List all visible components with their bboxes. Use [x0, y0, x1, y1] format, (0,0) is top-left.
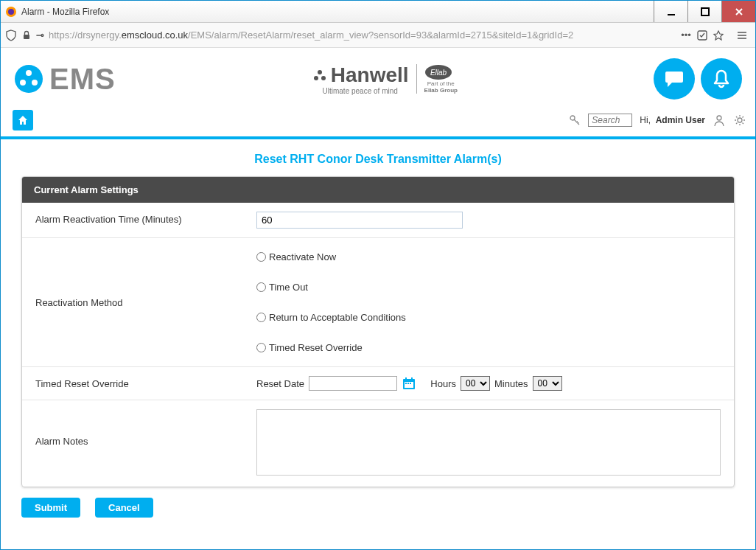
ems-logo[interactable]: EMS — [14, 63, 116, 96]
row-timed-reset: Timed Reset Override Reset Date Hours 00… — [22, 367, 734, 400]
page-title: Reset RHT Conor Desk Transmitter Alarm(s… — [1, 139, 755, 176]
row-alarm-notes: Alarm Notes — [22, 400, 734, 487]
alarm-settings-panel: Current Alarm Settings Alarm Reactivatio… — [21, 176, 735, 487]
svg-rect-20 — [405, 377, 407, 380]
minutes-select[interactable]: 00 — [533, 376, 562, 391]
close-button[interactable] — [721, 1, 755, 22]
svg-rect-3 — [701, 8, 709, 15]
svg-point-9 — [32, 80, 38, 86]
svg-point-7 — [26, 70, 32, 76]
page-content: EMS Hanwell Ultimate peace of mind Ellab… — [1, 48, 755, 549]
svg-rect-23 — [407, 383, 409, 384]
svg-point-1 — [8, 9, 14, 15]
permissions-icon[interactable]: ⊸ — [36, 29, 44, 41]
reset-date-input[interactable] — [309, 376, 397, 391]
window-title-bar: Alarm - Mozilla Firefox — [1, 1, 755, 23]
shield-icon[interactable] — [5, 29, 17, 41]
reactivation-method-label: Reactivation Method — [35, 297, 256, 308]
ems-logo-icon — [14, 64, 43, 94]
search-input[interactable] — [588, 114, 632, 127]
settings-gear-icon[interactable] — [733, 114, 746, 127]
hours-select[interactable]: 00 — [461, 376, 490, 391]
form-buttons: Submit Cancel — [1, 498, 755, 532]
submit-button[interactable]: Submit — [21, 498, 80, 518]
svg-point-8 — [20, 80, 26, 86]
radio-timed-reset[interactable]: Timed Reset Override — [256, 342, 721, 353]
reset-date-label: Reset Date — [256, 378, 304, 389]
chat-icon — [663, 68, 685, 90]
user-icon[interactable] — [713, 114, 726, 127]
home-icon — [17, 114, 29, 126]
svg-point-16 — [717, 116, 721, 120]
app-header: EMS Hanwell Ultimate peace of mind Ellab… — [1, 48, 755, 107]
alarm-notes-label: Alarm Notes — [35, 409, 256, 447]
radio-reactivate-now[interactable]: Reactivate Now — [256, 251, 721, 262]
row-reactivation-time: Alarm Reactivation Time (Minutes) — [22, 203, 734, 238]
hanwell-logo: Hanwell Ultimate peace of mind Ellab Par… — [116, 63, 654, 95]
svg-point-10 — [318, 70, 322, 74]
reactivation-time-label: Alarm Reactivation Time (Minutes) — [35, 212, 256, 225]
calendar-icon[interactable] — [402, 376, 416, 391]
hours-label: Hours — [430, 378, 456, 389]
alarm-notes-textarea[interactable] — [256, 409, 721, 476]
chat-button[interactable] — [654, 58, 695, 100]
row-reactivation-method: Reactivation Method Reactivate Now Time … — [22, 238, 734, 367]
svg-point-12 — [321, 76, 326, 80]
svg-rect-2 — [668, 14, 675, 15]
minutes-label: Minutes — [494, 378, 528, 389]
window-title: Alarm - Mozilla Firefox — [21, 7, 654, 17]
panel-header: Current Alarm Settings — [22, 177, 734, 203]
address-bar: ⊸ https://drsynergy.emscloud.co.uk/EMS/a… — [1, 23, 755, 48]
maximize-button[interactable] — [687, 1, 721, 22]
radio-time-out[interactable]: Time Out — [256, 282, 721, 293]
greeting: Hi, Admin User — [640, 115, 705, 125]
svg-point-17 — [738, 118, 742, 122]
svg-rect-24 — [410, 383, 411, 384]
url-field[interactable]: https://drsynergy.emscloud.co.uk/EMS/ala… — [49, 29, 676, 41]
reader-icon[interactable] — [696, 29, 708, 41]
alerts-button[interactable] — [701, 58, 742, 100]
app-toolbar: Hi, Admin User — [1, 107, 755, 139]
svg-point-11 — [314, 76, 318, 80]
ellab-icon: Ellab — [424, 64, 452, 80]
svg-point-6 — [15, 65, 43, 93]
window-controls — [654, 1, 755, 22]
minimize-button[interactable] — [654, 1, 687, 22]
search-key-icon — [569, 114, 581, 126]
svg-rect-22 — [405, 383, 407, 384]
cancel-button[interactable]: Cancel — [95, 498, 153, 518]
lock-icon[interactable] — [21, 30, 32, 41]
home-button[interactable] — [13, 110, 33, 130]
timed-reset-label: Timed Reset Override — [35, 376, 256, 389]
radio-return-conditions[interactable]: Return to Acceptable Conditions — [256, 312, 721, 323]
browser-window: Alarm - Mozilla Firefox ⊸ https://drsyne… — [0, 0, 756, 550]
hanwell-icon — [312, 67, 328, 83]
bell-icon — [710, 68, 732, 90]
ems-logo-text: EMS — [49, 63, 116, 96]
bookmark-icon[interactable] — [713, 29, 724, 41]
hamburger-menu-icon[interactable] — [736, 29, 748, 41]
svg-rect-4 — [24, 35, 29, 39]
svg-rect-21 — [411, 377, 413, 380]
reactivation-time-input[interactable] — [256, 212, 463, 229]
svg-text:Ellab: Ellab — [430, 69, 447, 77]
page-actions-icon[interactable]: ••• — [680, 29, 692, 41]
firefox-icon — [5, 6, 17, 18]
